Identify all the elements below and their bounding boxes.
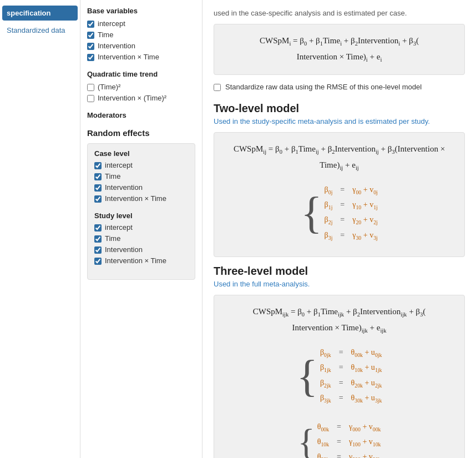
- qt-time2-checkbox[interactable]: [87, 84, 94, 91]
- left-panel: Base variables intercept Time Interventi…: [80, 0, 202, 458]
- bv-intervention-time-item[interactable]: Intervention × Time: [87, 53, 195, 61]
- moderators-title: Moderators: [87, 111, 195, 119]
- sl-time-item[interactable]: Time: [94, 234, 188, 243]
- base-variables-title: Base variables: [87, 7, 195, 15]
- bv-intervention-checkbox[interactable]: [87, 43, 94, 50]
- sl-intercept-checkbox[interactable]: [94, 224, 102, 231]
- bv-time-checkbox[interactable]: [87, 32, 94, 39]
- random-effects-box: Case level intercept Time Intervention I…: [87, 143, 195, 280]
- qt-intervention-time2-checkbox[interactable]: [87, 95, 94, 102]
- sidebar-item-standardized-data[interactable]: Standardized data: [0, 22, 80, 39]
- cl-intercept-checkbox[interactable]: [94, 162, 102, 169]
- three-level-title: Three-level model: [214, 265, 465, 278]
- sl-intervention-time-checkbox[interactable]: [94, 258, 102, 265]
- study-level-title: Study level: [94, 212, 188, 220]
- two-level-eq-system: { β0j = γ00 + v0j β1j = γ10 + v1j β2j =: [223, 178, 455, 248]
- qt-intervention-time2-item[interactable]: Intervention × (Time)²: [87, 94, 195, 102]
- main-content: used in the case-specific analysis and i…: [202, 0, 476, 458]
- cl-time-checkbox[interactable]: [94, 173, 102, 180]
- three-level-subtitle: Used in the full meta-analysis.: [214, 280, 465, 288]
- three-level-eq-system1: { β0jk = θ00k + u0jk β1jk = θ10k + u1jk …: [223, 341, 455, 411]
- cl-intervention-time-item[interactable]: Intervention × Time: [94, 194, 188, 203]
- three-level-equations2: θ00k = γ000 + v00k θ10k = γ100 + v10k θ2…: [317, 420, 381, 458]
- standardize-label: Standardize raw data using the RMSE of t…: [225, 83, 422, 91]
- study-level-group: intercept Time Intervention Intervention…: [94, 223, 188, 265]
- two-level-equations: β0j = γ00 + v0j β1j = γ10 + v1j β2j = γ2…: [325, 183, 378, 244]
- sl-intercept-item[interactable]: intercept: [94, 223, 188, 231]
- one-level-formula-box: CWSpMi = β0 + β1Timei + β2Interventioni …: [214, 24, 465, 75]
- quadratic-group: (Time)² Intervention × (Time)²: [87, 83, 195, 102]
- bv-intercept-checkbox[interactable]: [87, 21, 94, 28]
- case-level-title: Case level: [94, 149, 188, 158]
- cl-intervention-checkbox[interactable]: [94, 184, 102, 192]
- three-level-formula: CWSpMijk = β0 + β1Timeijk + β2Interventi…: [223, 304, 455, 336]
- qt-time2-item[interactable]: (Time)²: [87, 83, 195, 91]
- base-variables-group: intercept Time Intervention Intervention…: [87, 19, 195, 61]
- bv-intervention-time-checkbox[interactable]: [87, 54, 94, 61]
- bv-intercept-item[interactable]: intercept: [87, 19, 195, 28]
- standardize-checkbox[interactable]: [214, 84, 221, 91]
- three-level-eq-system2: { θ00k = γ000 + v00k θ10k = γ100 + v10k …: [223, 415, 455, 458]
- two-level-subtitle: Used in the study-specific meta-analysis…: [214, 117, 465, 125]
- two-level-formula-box: CWSpMij = β0 + β1Timeij + β2Intervention…: [214, 132, 465, 257]
- two-level-title: Two-level model: [214, 102, 465, 115]
- three-level-equations1: β0jk = θ00k + u0jk β1jk = θ10k + u1jk β2…: [320, 345, 382, 406]
- cl-intervention-item[interactable]: Intervention: [94, 183, 188, 192]
- standardize-row: Standardize raw data using the RMSE of t…: [214, 83, 465, 91]
- sl-time-checkbox[interactable]: [94, 235, 102, 243]
- cl-time-item[interactable]: Time: [94, 172, 188, 180]
- bv-time-item[interactable]: Time: [87, 31, 195, 39]
- cl-intercept-item[interactable]: intercept: [94, 161, 188, 169]
- sl-intervention-time-item[interactable]: Intervention × Time: [94, 256, 188, 265]
- random-effects-title: Random effects: [87, 128, 195, 138]
- case-level-group: intercept Time Intervention Intervention…: [94, 161, 188, 203]
- two-level-formula: CWSpMij = β0 + β1Timeij + β2Intervention…: [223, 142, 455, 174]
- bv-intervention-item[interactable]: Intervention: [87, 42, 195, 50]
- one-level-formula: CWSpMi = β0 + β1Timei + β2Interventioni …: [223, 33, 455, 66]
- sidebar-item-specification[interactable]: specification: [2, 6, 78, 21]
- intro-text: used in the case-specific analysis and i…: [214, 9, 465, 17]
- three-level-formula-box: CWSpMijk = β0 + β1Timeijk + β2Interventi…: [214, 295, 465, 458]
- sidebar: specification Standardized data: [0, 0, 80, 458]
- sl-intervention-item[interactable]: Intervention: [94, 245, 188, 254]
- sl-intervention-checkbox[interactable]: [94, 246, 102, 254]
- cl-intervention-time-checkbox[interactable]: [94, 195, 102, 203]
- quadratic-title: Quadratic time trend: [87, 70, 195, 78]
